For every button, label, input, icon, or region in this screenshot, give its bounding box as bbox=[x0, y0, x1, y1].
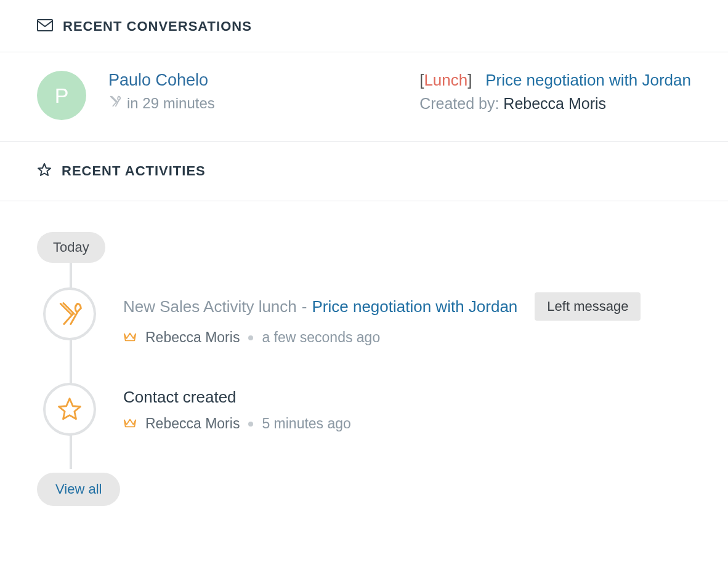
timeline-item: Contact created Rebecca Moris 5 minutes … bbox=[37, 383, 691, 436]
crown-icon bbox=[123, 415, 137, 432]
activity-title: Contact created bbox=[123, 388, 237, 407]
timeline-item-title: Contact created bbox=[123, 388, 691, 407]
timeline-item-body: New Sales Activity lunch - Price negotia… bbox=[123, 287, 691, 346]
activity-author[interactable]: Rebecca Moris bbox=[145, 329, 240, 346]
crown-icon bbox=[123, 329, 137, 346]
timeline-item-body: Contact created Rebecca Moris 5 minutes … bbox=[123, 383, 691, 432]
timeline-item-meta: Rebecca Moris a few seconds ago bbox=[123, 329, 691, 346]
recent-conversations-header: RECENT CONVERSATIONS bbox=[0, 0, 728, 52]
avatar-letter: P bbox=[55, 84, 69, 108]
timeline: Today New Sales Activity lunch - Price n… bbox=[0, 201, 728, 531]
meta-dot bbox=[248, 422, 253, 427]
conversation-title-line: [Lunch] Price negotiation with Jordan bbox=[419, 71, 691, 90]
activity-prefix: New Sales Activity lunch bbox=[123, 297, 297, 316]
activity-dash: - bbox=[302, 297, 307, 316]
activity-link[interactable]: Price negotiation with Jordan bbox=[312, 297, 517, 316]
utensils-icon bbox=[108, 95, 122, 112]
tag-bracket-close: ] bbox=[467, 71, 472, 89]
timeline-item-title: New Sales Activity lunch - Price negotia… bbox=[123, 292, 691, 321]
tag-lunch[interactable]: Lunch bbox=[424, 71, 467, 89]
conversation-left: Paulo Cohelo in 29 minutes bbox=[108, 71, 397, 112]
timeline-today-pill: Today bbox=[37, 232, 105, 263]
timeline-icon-lunch bbox=[43, 287, 96, 340]
view-all-button[interactable]: View all bbox=[37, 473, 120, 506]
meta-dot bbox=[248, 335, 253, 340]
recent-activities-header: RECENT ACTIVITIES bbox=[0, 142, 728, 201]
activity-author[interactable]: Rebecca Moris bbox=[145, 415, 240, 432]
timeline-icon-star bbox=[43, 383, 96, 436]
activity-time: 5 minutes ago bbox=[262, 415, 350, 432]
conversation-subline: in 29 minutes bbox=[108, 95, 397, 112]
timeline-line bbox=[70, 250, 72, 469]
conversation-time: in 29 minutes bbox=[127, 95, 215, 112]
contact-name-link[interactable]: Paulo Cohelo bbox=[108, 71, 397, 90]
mail-icon bbox=[37, 19, 53, 34]
created-by-label: Created by: bbox=[419, 95, 499, 112]
timeline-item: New Sales Activity lunch - Price negotia… bbox=[37, 287, 691, 346]
view-all-label: View all bbox=[55, 481, 102, 497]
svg-rect-0 bbox=[38, 20, 52, 31]
created-by-name[interactable]: Rebecca Moris bbox=[503, 95, 606, 112]
section-title-activities: RECENT ACTIVITIES bbox=[62, 163, 206, 179]
activity-status-badge: Left message bbox=[535, 292, 641, 321]
timeline-today-label: Today bbox=[53, 239, 89, 255]
timeline-item-meta: Rebecca Moris 5 minutes ago bbox=[123, 415, 691, 432]
created-by-line: Created by: Rebecca Moris bbox=[419, 95, 691, 113]
conversation-title-link[interactable]: Price negotiation with Jordan bbox=[485, 71, 691, 89]
activity-time: a few seconds ago bbox=[262, 329, 380, 346]
star-icon bbox=[37, 162, 52, 180]
conversation-right: [Lunch] Price negotiation with Jordan Cr… bbox=[419, 71, 691, 113]
conversation-row[interactable]: P Paulo Cohelo in 29 minutes [Lunch] Pri… bbox=[0, 52, 728, 142]
avatar[interactable]: P bbox=[37, 71, 86, 120]
section-title-conversations: RECENT CONVERSATIONS bbox=[63, 18, 252, 34]
